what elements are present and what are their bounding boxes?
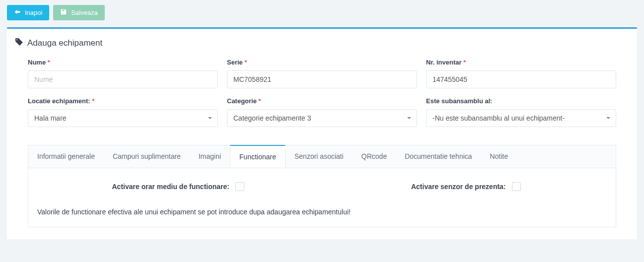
tab-informatii-generale[interactable]: Informatii generale [28,145,104,168]
tab-campuri-suplimentare[interactable]: Campuri suplimentare [104,145,190,168]
field-nr-inventar: Nr. inventar * [426,59,616,88]
tab-senzori-asociati[interactable]: Senzori asociati [286,145,353,168]
field-nume: Nume * [28,59,218,88]
save-button[interactable]: Salveaza [53,5,104,20]
back-button-label: Inapoi [25,9,42,16]
label-locatie: Locatie echipament: * [28,97,218,105]
field-serie: Serie * [227,59,417,88]
panel-title-text: Adauga echipament [27,38,102,48]
form-grid: Nume * Serie * Nr. inventar * Locatie ec… [12,59,632,127]
select-subansamblu-display[interactable] [426,109,616,127]
field-subansamblu: Este subansamblu al: [426,97,616,127]
select-locatie-display[interactable] [28,109,218,127]
field-locatie: Locatie echipament: * [28,97,218,127]
tabs-section: Informatii generale Campuri suplimentare… [12,145,632,227]
toggle-row: Activare orar mediu de functionare: Acti… [34,182,610,191]
select-locatie[interactable] [28,109,218,127]
label-categorie: Categorie * [227,97,417,105]
label-nr-inventar: Nr. inventar * [426,59,616,66]
toolbar: Inapoi Salveaza [7,5,637,20]
label-serie: Serie * [227,59,417,66]
save-icon [60,8,67,17]
toggle-activare-senzor: Activare senzor de prezenta: [322,182,610,191]
field-categorie: Categorie * [227,97,417,127]
select-categorie[interactable] [227,109,417,127]
toggle-activare-orar-label: Activare orar mediu de functionare: [112,183,229,191]
label-subansamblu: Este subansamblu al: [426,97,616,105]
toggle-activare-orar: Activare orar mediu de functionare: [34,182,322,191]
functionare-info-text: Valorile de functionare efectiva ale unu… [34,208,610,216]
input-nume[interactable] [28,70,218,88]
input-nr-inventar[interactable] [426,70,616,88]
input-serie[interactable] [227,70,417,88]
select-subansamblu[interactable] [426,109,616,127]
arrow-left-icon [14,8,21,17]
toggle-activare-senzor-label: Activare senzor de prezenta: [411,183,506,191]
panel-title: Adauga echipament [12,38,632,49]
back-button[interactable]: Inapoi [7,5,49,20]
tab-qrcode[interactable]: QRcode [353,145,396,168]
tab-functionare[interactable]: Functionare [230,145,286,168]
tab-content-functionare: Activare orar mediu de functionare: Acti… [28,168,616,227]
tab-bar: Informatii generale Campuri suplimentare… [28,145,616,168]
tag-icon [15,38,23,49]
label-nume: Nume * [28,59,218,66]
select-categorie-display[interactable] [227,109,417,127]
checkbox-activare-orar[interactable] [235,182,244,191]
form-panel: Adauga echipament Nume * Serie * Nr. inv… [7,27,637,239]
checkbox-activare-senzor[interactable] [512,182,521,191]
tab-imagini[interactable]: Imagini [190,145,230,168]
page-root: Inapoi Salveaza Adauga echipament Nume *… [0,0,644,244]
tab-notite[interactable]: Notite [481,145,517,168]
tab-documentatie-tehnica[interactable]: Documentatie tehnica [396,145,481,168]
save-button-label: Salveaza [71,9,97,16]
